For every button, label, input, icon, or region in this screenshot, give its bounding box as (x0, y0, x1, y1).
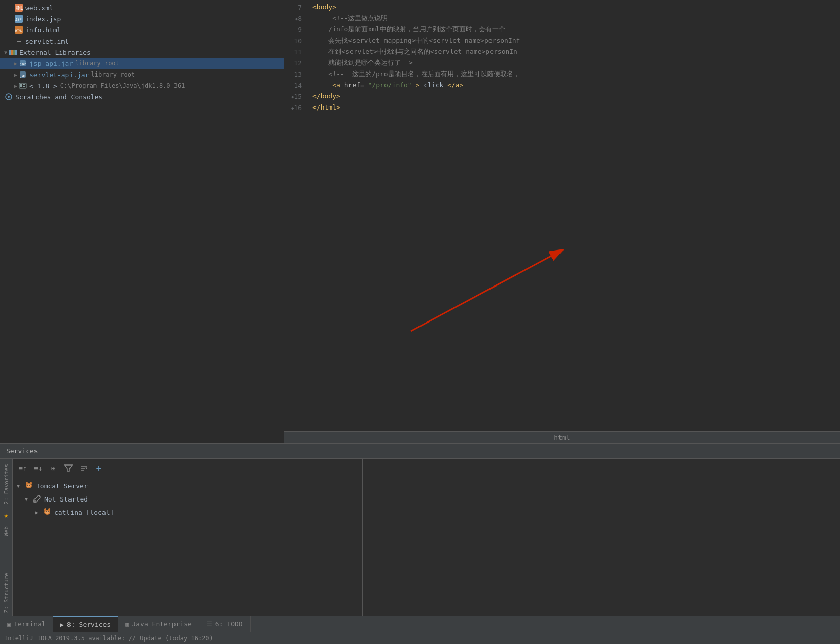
section-external-libraries[interactable]: External Libraries (0, 47, 284, 58)
wrench-icon (32, 494, 42, 504)
services-right (363, 459, 840, 616)
add-service-button[interactable]: + (93, 462, 105, 474)
html-icon: HTML (14, 25, 23, 34)
editor-area: XML web.xml JSP index.jsp (0, 0, 840, 443)
svg-point-39 (45, 511, 49, 514)
services-play-icon: ▶ (60, 621, 64, 628)
scratch-label: Scratches and Consoles (15, 93, 102, 101)
svg-point-34 (29, 485, 30, 486)
side-tab-web[interactable]: Web (2, 523, 11, 540)
svg-rect-7 (17, 38, 21, 38)
scratch-icon (4, 92, 13, 101)
side-tab-structure[interactable]: Z: Structure (2, 569, 11, 616)
services-header: Services (0, 444, 840, 459)
scratches-item[interactable]: Scratches and Consoles (0, 91, 284, 102)
group-button[interactable]: ⊞ (47, 462, 59, 474)
catlina-item[interactable]: ▶ catlina [local] (13, 506, 362, 519)
jsp-icon: JSP (14, 14, 23, 23)
file-servlet-iml[interactable]: servlet.iml (0, 35, 284, 47)
catlina-arrow-icon: ▶ (35, 510, 40, 515)
file-label: servlet.iml (25, 38, 69, 45)
gutter-marker-8: ◆ (295, 15, 298, 22)
svg-rect-9 (9, 50, 11, 55)
line-num-13: 13 (284, 69, 302, 80)
svg-point-32 (27, 484, 31, 487)
not-started-item[interactable]: ▼ Not Started (13, 493, 362, 506)
tomcat-arrow-icon: ▼ (17, 483, 22, 489)
svg-rect-18 (20, 84, 22, 87)
main-container: XML web.xml JSP index.jsp (0, 0, 840, 644)
code-line-16: </html> (312, 102, 836, 114)
jar-label: jsp-api.jar (29, 60, 73, 67)
services-body: 2: Favorites ★ Web Z: Structure ≡↑ ≡↓ ⊞ (0, 459, 840, 616)
line-num-8: ◆ 8 (284, 13, 302, 24)
svg-text:JSP: JSP (15, 18, 22, 22)
arrow-icon (14, 83, 17, 89)
file-label: index.jsp (25, 15, 61, 23)
file-web-xml[interactable]: XML web.xml (0, 2, 284, 13)
jar-jsp-api[interactable]: jar jsp-api.jar library root (0, 58, 284, 69)
line-num-15: ◆ 15 (284, 91, 302, 102)
jdk-item[interactable]: < 1.8 > C:\Program Files\Java\jdk1.8.0_3… (0, 80, 284, 91)
services-left: ≡↑ ≡↓ ⊞ (13, 459, 363, 616)
svg-point-37 (44, 508, 46, 511)
editor-status: html (284, 431, 840, 443)
services-toolbar: ≡↑ ≡↓ ⊞ (13, 459, 362, 477)
tomcat-server-label: Tomcat Server (36, 482, 88, 490)
jdk-path: C:\Program Files\Java\jdk1.8.0_361 (60, 82, 185, 89)
favorites-star-icon[interactable]: ★ (4, 508, 8, 522)
tab-todo[interactable]: ☰ 6: TODO (199, 616, 251, 632)
expand-all-button[interactable]: ≡↓ (32, 462, 44, 474)
jar-servlet-api[interactable]: jar servlet-api.jar library root (0, 69, 284, 80)
svg-rect-12 (15, 50, 17, 55)
line-num-10: 10 (284, 35, 302, 47)
code-line-9: /info是前面xml中的映射，当用户到这个页面时，会有一个 (312, 24, 836, 35)
jar-icon: jar (18, 59, 27, 68)
collapse-all-button[interactable]: ≡↑ (17, 462, 29, 474)
svg-point-38 (48, 508, 50, 511)
tab-java-enterprise[interactable]: ▦ Java Enterprise (118, 616, 199, 632)
gutter-marker-16: ◆ (291, 104, 294, 112)
svg-point-40 (46, 511, 47, 512)
code-line-10: 会先找<servlet-mapping>中的<servlet-name>pers… (312, 35, 836, 47)
tab-java-enterprise-label: Java Enterprise (132, 620, 191, 628)
line-num-12: 12 (284, 58, 302, 69)
svg-rect-19 (23, 84, 25, 85)
not-started-label: Not Started (44, 495, 88, 503)
svg-marker-25 (65, 465, 72, 471)
svg-rect-20 (23, 86, 25, 87)
section-label: External Libraries (19, 49, 91, 56)
tab-services[interactable]: ▶ 8: Services (53, 616, 118, 632)
file-info-html[interactable]: HTML info.html (0, 24, 284, 35)
arrow-icon (14, 61, 17, 66)
jar-icon: jar (18, 70, 27, 79)
svg-rect-8 (17, 41, 21, 42)
code-line-15: </body> (312, 91, 836, 102)
file-label: info.html (25, 26, 61, 34)
tomcat-icon (24, 481, 34, 491)
tab-services-label: 8: Services (67, 621, 111, 628)
svg-point-35 (34, 500, 36, 502)
svg-text:XML: XML (16, 6, 23, 11)
code-editor-wrapper: 7 ◆ 8 9 10 11 12 13 14 ◆ 15 (284, 0, 840, 443)
status-text: IntelliJ IDEA 2019.3.5 available: // Upd… (4, 635, 213, 642)
side-tab-favorites[interactable]: 2: Favorites (2, 461, 11, 507)
line-num-9: 9 (284, 24, 302, 35)
file-index-jsp[interactable]: JSP index.jsp (0, 13, 284, 24)
svg-rect-11 (13, 50, 15, 55)
tab-terminal[interactable]: ▣ Terminal (0, 616, 53, 632)
terminal-icon: ▣ (7, 621, 11, 628)
filter-button[interactable] (62, 462, 75, 474)
todo-icon: ☰ (206, 621, 212, 628)
code-line-11: 在到<servlet>中找到与之同名的<servlet-name>personI… (312, 47, 836, 58)
file-label: web.xml (25, 4, 53, 12)
code-content: 7 ◆ 8 9 10 11 12 13 14 ◆ 15 (284, 0, 840, 431)
catlina-icon (42, 507, 52, 518)
svg-point-33 (27, 485, 28, 486)
catlina-label: catlina [local] (54, 509, 114, 516)
code-lines[interactable]: <body> <!--这里做点说明 /info是前面xml中的映射，当用户到这个… (308, 0, 840, 431)
sort-button[interactable] (78, 462, 90, 474)
tomcat-server-item[interactable]: ▼ Tomcat Serv (13, 479, 362, 493)
services-tree: ▼ Tomcat Serv (13, 477, 362, 616)
editor-language: html (554, 434, 570, 441)
